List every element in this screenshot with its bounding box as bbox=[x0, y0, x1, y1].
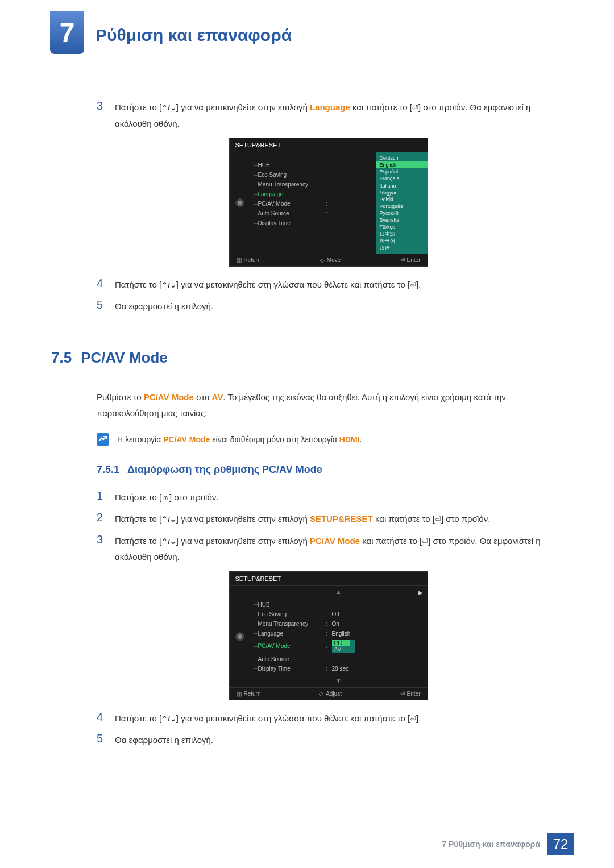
lang-item: Magyar bbox=[376, 189, 428, 196]
note-text: Η λειτουργία PC/AV Mode είναι διαθέσιμη … bbox=[117, 433, 362, 447]
step-text: Πατήστε το [⌃/⌄] για να μετακινηθείτε στ… bbox=[115, 277, 421, 293]
osd-return: ▥ Return bbox=[237, 257, 261, 263]
osd-label: Auto Source bbox=[258, 210, 326, 217]
text: ] στο προϊόν. bbox=[441, 514, 490, 524]
step-number: 1 bbox=[97, 489, 105, 506]
osd-title: SETUP&RESET bbox=[230, 572, 428, 586]
step-number: 4 bbox=[97, 711, 105, 727]
osd-value: On bbox=[332, 621, 339, 627]
osd-footer: ▥ Return ◇ Move ⏎ Enter bbox=[230, 254, 428, 266]
step-number: 3 bbox=[97, 533, 105, 566]
osd-value: 20 sec bbox=[332, 666, 349, 672]
osd-screenshot-language: SETUP&RESET HUB Eco Saving Menu Transpar… bbox=[97, 138, 560, 267]
osd-dropdown-selected: PC bbox=[332, 640, 350, 646]
lang-item: Türkçe bbox=[376, 223, 428, 230]
step-number: 5 bbox=[97, 732, 105, 749]
keyword-pcav: PC/AV Mode bbox=[144, 392, 194, 402]
updown-icon: ⌃/⌄ bbox=[161, 281, 176, 289]
step-4: 4 Πατήστε το [⌃/⌄] για να μετακινηθείτε … bbox=[97, 711, 560, 727]
osd-menu-item: HUB bbox=[258, 600, 428, 609]
keyword-hdmi: HDMI bbox=[339, 435, 360, 444]
lang-item: Español bbox=[376, 168, 428, 175]
osd-move: ◇ Move bbox=[320, 257, 341, 263]
step-text: Πατήστε το [⌃/⌄] για να μετακινηθείτε στ… bbox=[115, 511, 490, 528]
osd-menu-item-selected: PC/AV Mode: PC AV bbox=[258, 638, 428, 654]
osd-label: Eco Saving bbox=[258, 172, 326, 178]
page-content: 3 Πατήστε το [⌃/⌄] για να μετακινηθείτε … bbox=[0, 54, 614, 823]
text: ] για να μετακινηθείτε στην επιλογή bbox=[176, 536, 310, 546]
lang-item: Polski bbox=[376, 196, 428, 203]
text: ]. bbox=[416, 713, 421, 723]
osd-side-icon bbox=[230, 152, 250, 254]
text: στο bbox=[194, 392, 212, 402]
osd-menu-item: Display Time:20 sec bbox=[258, 664, 428, 674]
osd-label: Display Time bbox=[258, 666, 326, 672]
up-arrow-icon: ▲ bbox=[250, 589, 428, 595]
osd-label: Language bbox=[258, 630, 326, 637]
text: ] για να μετακινηθείτε στη γλώσσα που θέ… bbox=[176, 280, 410, 289]
osd-label: Eco Saving bbox=[258, 611, 326, 617]
text: . bbox=[360, 435, 362, 444]
lang-item: 汉语 bbox=[376, 244, 428, 251]
osd-menu-item: HUB bbox=[258, 160, 376, 170]
updown-icon: ⌃/⌄ bbox=[161, 515, 176, 524]
text: και πατήστε το [ bbox=[360, 536, 422, 546]
osd-menu-item: Display Time: bbox=[258, 218, 376, 228]
text: ] για να μετακινηθείτε στη γλώσσα που θέ… bbox=[176, 713, 410, 723]
subsection-title: Διαμόρφωση της ρύθμισης PC/AV Mode bbox=[127, 464, 322, 476]
osd-menu-item: Language:English bbox=[258, 629, 428, 638]
text: και πατήστε το [ bbox=[350, 102, 412, 112]
enter-icon: ⏎ bbox=[410, 715, 416, 723]
osd-dropdown-option: AV bbox=[334, 646, 342, 653]
step-number: 3 bbox=[97, 99, 105, 132]
step-number: 4 bbox=[97, 277, 105, 293]
section-number: 7.5 bbox=[51, 349, 72, 367]
osd-label: Auto Source bbox=[258, 656, 326, 662]
updown-icon: ⌃/⌄ bbox=[161, 103, 176, 112]
step-1: 1 Πατήστε το [m] στο προϊόν. bbox=[97, 489, 560, 506]
osd-label: HUB bbox=[258, 601, 326, 608]
keyword-av: AV bbox=[212, 392, 223, 402]
keyword-setupreset: SETUP&RESET bbox=[310, 514, 373, 524]
osd-label: Display Time bbox=[258, 220, 326, 226]
lang-item: Português bbox=[376, 203, 428, 210]
text: Ρυθμίστε το bbox=[97, 392, 144, 402]
osd-menu-item: Menu Transparency:On bbox=[258, 619, 428, 629]
keyword-pcav: PC/AV Mode bbox=[163, 435, 210, 444]
lang-item: 日本語 bbox=[376, 231, 428, 238]
text: και πατήστε το [ bbox=[373, 514, 435, 524]
osd-footer: ▥ Return ◇ Adjust ⏎ Enter bbox=[230, 687, 428, 700]
osd-menu-item-selected: Language: bbox=[258, 189, 376, 199]
text: ] για να μετακινηθείτε στην επιλογή bbox=[176, 514, 310, 524]
text: Πατήστε το [ bbox=[115, 280, 161, 289]
osd-menu-item: Auto Source: bbox=[258, 654, 428, 664]
section-7-5-header: 7.5 PC/AV Mode bbox=[51, 349, 560, 367]
lang-item: Русский bbox=[376, 210, 428, 217]
step-text: Θα εφαρμοστεί η επιλογή. bbox=[115, 732, 213, 749]
keyword-language: Language bbox=[310, 102, 350, 112]
osd-label: Language bbox=[258, 191, 326, 197]
step-text: Πατήστε το [⌃/⌄] για να μετακινηθείτε στ… bbox=[115, 533, 560, 566]
lang-item: Français bbox=[376, 175, 428, 182]
text: Πατήστε το [ bbox=[115, 536, 161, 546]
lang-item: Italiano bbox=[376, 182, 428, 189]
enter-icon: ⏎ bbox=[412, 103, 418, 112]
step-text: Θα εφαρμοστεί η επιλογή. bbox=[115, 298, 213, 315]
step-2: 2 Πατήστε το [⌃/⌄] για να μετακινηθείτε … bbox=[97, 511, 560, 528]
lang-item: Deutsch bbox=[376, 155, 428, 161]
step-3: 3 Πατήστε το [⌃/⌄] για να μετακινηθείτε … bbox=[97, 533, 560, 566]
step-text: Πατήστε το [⌃/⌄] για να μετακινηθείτε στ… bbox=[115, 711, 421, 727]
lang-item-selected: English bbox=[376, 161, 428, 168]
osd-dropdown: PC AV bbox=[332, 640, 355, 653]
text: Η λειτουργία bbox=[117, 435, 163, 444]
step-text: Πατήστε το [m] στο προϊόν. bbox=[115, 489, 218, 506]
osd-menu-item: Eco Saving bbox=[258, 170, 376, 180]
osd-enter: ⏎ Enter bbox=[400, 257, 421, 263]
enter-icon: ⏎ bbox=[435, 515, 441, 524]
note-icon bbox=[97, 433, 109, 446]
step-5: 5 Θα εφαρμοστεί η επιλογή. bbox=[97, 298, 560, 315]
step-number: 5 bbox=[97, 298, 105, 315]
osd-title: SETUP&RESET bbox=[230, 138, 428, 152]
osd-screenshot-pcav: SETUP&RESET ▲ ▶ HUB Eco Saving:Off Menu … bbox=[97, 571, 560, 700]
note: Η λειτουργία PC/AV Mode είναι διαθέσιμη … bbox=[97, 433, 560, 447]
